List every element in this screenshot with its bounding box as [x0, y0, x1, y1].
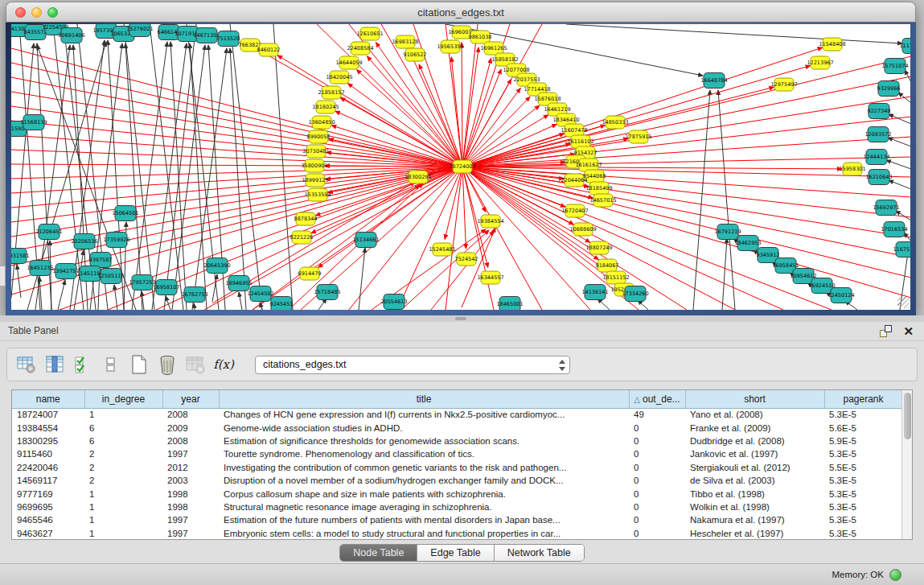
- table-cell[interactable]: Estimation of significance thresholds fo…: [219, 435, 629, 447]
- graph-node[interactable]: 15245481: [429, 243, 455, 256]
- graph-node[interactable]: 15353594: [304, 188, 331, 201]
- table-row[interactable]: 977716911998Corpus callosum shape and si…: [12, 487, 902, 500]
- graph-node[interactable]: 20206536: [71, 234, 97, 249]
- table-cell[interactable]: 0: [629, 461, 685, 474]
- table-cell[interactable]: 0: [629, 447, 685, 460]
- graph-node[interactable]: 12454502: [247, 286, 273, 302]
- graph-node[interactable]: 12444134: [863, 150, 889, 165]
- table-cell[interactable]: 5.3E-5: [824, 501, 902, 513]
- minimize-window-button[interactable]: [31, 7, 42, 18]
- graph-node[interactable]: 20554613: [380, 295, 407, 310]
- graph-node[interactable]: 15718485: [314, 285, 340, 300]
- new-column-icon[interactable]: [128, 353, 150, 376]
- graph-node[interactable]: 12610651: [356, 27, 383, 40]
- table-cell[interactable]: 5.3E-5: [824, 527, 902, 540]
- graph-node[interactable]: 10688609: [569, 223, 596, 236]
- table-cell[interactable]: 1: [84, 527, 162, 540]
- table-cell[interactable]: 9465546: [12, 513, 84, 526]
- table-cell[interactable]: Dudbridge et al. (2008): [685, 435, 824, 447]
- table-cell[interactable]: 2012: [162, 461, 219, 474]
- table-cell[interactable]: 5.3E-5: [824, 408, 902, 421]
- graph-node[interactable]: 7515520: [217, 31, 240, 47]
- graph-node[interactable]: 8990058: [307, 130, 331, 143]
- table-cell[interactable]: 1997: [162, 513, 219, 526]
- float-panel-icon[interactable]: [880, 325, 892, 337]
- table-cell[interactable]: de Silva et al. (2003): [685, 474, 824, 487]
- table-cell[interactable]: Tourette syndrome. Phenomenology and cla…: [219, 447, 629, 460]
- memory-ok-indicator[interactable]: [889, 569, 901, 581]
- table-row[interactable]: 946554611997Estimation of the future num…: [12, 513, 902, 526]
- table-cell[interactable]: 5.3E-5: [824, 447, 902, 460]
- graph-node[interactable]: 18300295: [405, 171, 431, 183]
- table-cell[interactable]: Estimation of the future numbers of pati…: [219, 513, 629, 526]
- table-row[interactable]: 1872400712008Changes of HCN gene express…: [12, 408, 902, 421]
- table-cell[interactable]: Structural magnetic resonance image aver…: [219, 501, 629, 513]
- table-cell[interactable]: 2: [84, 461, 162, 474]
- graph-node[interactable]: 18462953: [734, 236, 761, 251]
- graph-node[interactable]: 15751074: [881, 59, 908, 74]
- graph-node[interactable]: 16720407: [561, 204, 588, 217]
- graph-node[interactable]: 17875915: [625, 130, 651, 143]
- graph-node[interactable]: 35800901: [301, 159, 327, 172]
- graph-node[interactable]: 16648784: [700, 73, 727, 89]
- resize-grip[interactable]: [897, 297, 909, 308]
- table-cell[interactable]: 0: [629, 513, 685, 526]
- delete-column-trash-icon[interactable]: [156, 353, 179, 376]
- table-cell[interactable]: 9777169: [12, 487, 84, 500]
- graph-node-hub[interactable]: 18724007: [449, 160, 475, 173]
- panel-splitter[interactable]: [0, 315, 924, 322]
- selection-checks-icon[interactable]: [72, 353, 94, 376]
- graph-node[interactable]: 8460122: [257, 43, 281, 56]
- table-scrollbar[interactable]: [901, 390, 912, 539]
- table-row[interactable]: 911546021997Tourette syndrome. Phenomeno…: [12, 447, 902, 460]
- graph-node[interactable]: 21206451: [35, 225, 62, 240]
- column-header-out_de[interactable]: △out_de...: [629, 390, 685, 408]
- table-row[interactable]: 969969511998Structural magnetic resonanc…: [12, 501, 902, 513]
- table-cell[interactable]: Tibbo et al. (1998): [685, 487, 824, 500]
- table-cell[interactable]: 1: [84, 501, 162, 513]
- graph-node[interactable]: 8878344: [294, 212, 318, 225]
- graph-node[interactable]: 15064501: [112, 206, 138, 221]
- table-cell[interactable]: 9115460: [12, 447, 84, 460]
- table-cell[interactable]: 49: [629, 408, 685, 421]
- table-cell[interactable]: 14569117: [12, 474, 84, 487]
- table-cell[interactable]: 0: [629, 487, 685, 500]
- graph-node[interactable]: 11548408: [819, 38, 845, 51]
- table-cell[interactable]: Yano et al. (2008): [685, 408, 824, 421]
- graph-node[interactable]: 9397587: [89, 253, 113, 268]
- table-cell[interactable]: 1998: [162, 487, 219, 500]
- table-cell[interactable]: Disruption of a novel member of a sodium…: [219, 474, 629, 487]
- table-cell[interactable]: 2008: [162, 435, 219, 447]
- table-cell[interactable]: 2003: [162, 474, 219, 487]
- graph-node[interactable]: 16210643: [865, 170, 892, 185]
- column-header-title[interactable]: title: [219, 390, 629, 408]
- table-row[interactable]: 1456911722003Disruption of a novel membe…: [12, 474, 902, 487]
- graph-node[interactable]: 9184067: [596, 259, 619, 272]
- graph-node[interactable]: 11568139: [20, 115, 47, 130]
- graph-node[interactable]: 22408584: [347, 42, 373, 55]
- graph-node[interactable]: 11675301: [893, 242, 910, 257]
- graph-node[interactable]: 17957253: [129, 275, 155, 290]
- close-window-button[interactable]: [15, 7, 26, 18]
- scrollbar-thumb[interactable]: [904, 393, 911, 439]
- column-header-short[interactable]: short: [685, 390, 824, 408]
- graph-node[interactable]: 20691406: [58, 28, 84, 43]
- graph-node[interactable]: 18946955: [225, 276, 252, 291]
- graph-node[interactable]: 16344557: [477, 271, 503, 284]
- graph-node[interactable]: 18999125: [302, 174, 328, 187]
- table-cell[interactable]: 1: [84, 408, 162, 421]
- graph-node[interactable]: 19565355: [437, 40, 463, 53]
- graph-node[interactable]: 12093572: [864, 127, 891, 142]
- table-cell[interactable]: 9699695: [12, 501, 84, 513]
- table-cell[interactable]: 6: [84, 435, 162, 447]
- graph-node[interactable]: 8221226: [290, 231, 314, 244]
- graph-node[interactable]: 17334260: [622, 286, 648, 302]
- column-header-year[interactable]: year: [162, 390, 219, 408]
- graph-node[interactable]: 22044064: [561, 174, 587, 187]
- table-row[interactable]: 2242004622012Investigating the contribut…: [12, 461, 902, 474]
- graph-node[interactable]: 18420045: [326, 71, 352, 84]
- function-builder-icon[interactable]: f(x): [212, 353, 235, 376]
- graph-node[interactable]: 19384554: [477, 215, 503, 228]
- table-cell[interactable]: 0: [629, 474, 685, 487]
- table-cell[interactable]: 2008: [162, 408, 219, 421]
